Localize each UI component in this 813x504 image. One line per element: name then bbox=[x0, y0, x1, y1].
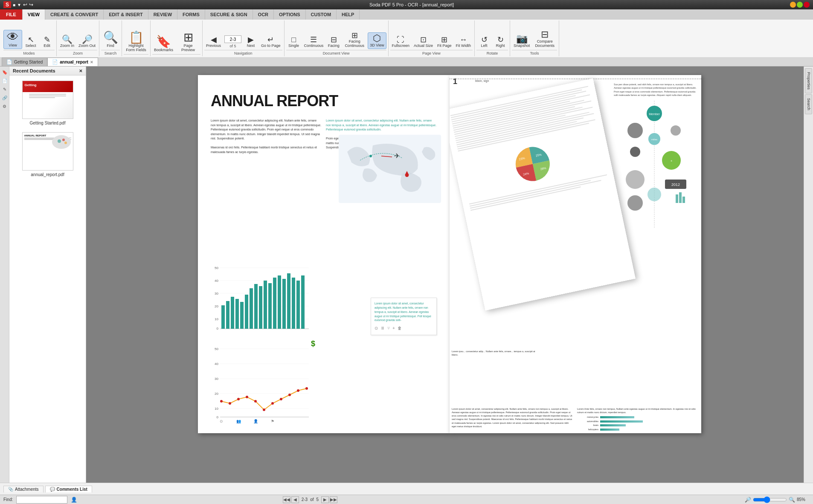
sidebar-links-icon[interactable]: 🔗 bbox=[1, 94, 9, 101]
single-button[interactable]: □ Single bbox=[286, 35, 302, 49]
undo-icon[interactable]: ↩ bbox=[23, 2, 27, 8]
svg-point-53 bbox=[229, 402, 231, 405]
next-page-button[interactable]: ▶ bbox=[321, 496, 329, 503]
sidebar-bookmarks-icon[interactable]: 🔖 bbox=[1, 68, 9, 76]
svg-text:30: 30 bbox=[215, 292, 218, 295]
tab-getting-started[interactable]: 📄 Getting Started bbox=[2, 58, 47, 66]
highlight-fields-button[interactable]: 📋 Highlight Form Fields bbox=[124, 31, 148, 53]
comments-list-tab[interactable]: 💬 Comments List bbox=[45, 486, 92, 492]
close-annual-report[interactable]: ✕ bbox=[90, 60, 93, 64]
tab-forms[interactable]: FORMS bbox=[177, 9, 205, 20]
find-label: Find: bbox=[3, 497, 13, 502]
annual-report-thumb[interactable]: ANNUAL REPORT bbox=[13, 130, 82, 179]
pdf-viewer[interactable]: ANNUAL REPORT Lorem ipsum dolor sit amet… bbox=[86, 67, 813, 483]
fit-width-icon: ↔ bbox=[459, 36, 467, 43]
tab-edit[interactable]: EDIT & INSERT bbox=[104, 9, 148, 20]
goto-button[interactable]: ↵ Go to Page bbox=[259, 35, 282, 49]
fit-page-button[interactable]: ⊞ Fit Page bbox=[436, 35, 453, 49]
tab-help[interactable]: HELP bbox=[337, 9, 360, 20]
rotate-buttons: ↺ Left ↻ Right bbox=[476, 21, 508, 49]
tab-file[interactable]: FILE bbox=[0, 9, 23, 20]
close-button[interactable] bbox=[804, 2, 810, 8]
tab-options[interactable]: OPTIONS bbox=[274, 9, 306, 20]
snapshot-button[interactable]: 📷 Snapshot bbox=[512, 33, 531, 49]
svg-rect-79 bbox=[676, 194, 678, 203]
facing-icon: ⊟ bbox=[331, 36, 337, 43]
tools-buttons: 📷 Snapshot ⊟ Compare Documents bbox=[512, 21, 557, 49]
group-tools: 📷 Snapshot ⊟ Compare Documents Tools bbox=[510, 20, 559, 56]
redo-icon[interactable]: ↪ bbox=[29, 2, 33, 8]
next-button[interactable]: ▶ Next bbox=[243, 35, 258, 49]
zoom-out-icon: 🔎 bbox=[82, 35, 93, 43]
svg-text:20: 20 bbox=[215, 304, 218, 308]
tab-ocr[interactable]: OCR bbox=[253, 9, 274, 20]
zoom-in-button[interactable]: 🔍 Zoom In bbox=[58, 34, 76, 49]
facing-continuous-icon: ⊞ bbox=[351, 32, 358, 39]
tab-custom[interactable]: CUSTOM bbox=[306, 9, 337, 20]
find-input[interactable] bbox=[16, 496, 67, 504]
sidebar-signatures-icon[interactable]: ✎ bbox=[1, 85, 9, 93]
compare-documents-button[interactable]: ⊟ Compare Documents bbox=[532, 29, 557, 49]
minimize-button[interactable] bbox=[790, 2, 796, 8]
timeline-section: Member miles + bbox=[610, 101, 699, 229]
fit-page-icon: ⊞ bbox=[441, 36, 447, 43]
fit-width-button[interactable]: ↔ Fit Width bbox=[454, 35, 473, 49]
getting-started-thumb[interactable]: Getting Getting Started.pdf bbox=[13, 79, 82, 127]
group-navigation: ◀ Previous of 5 ▶ Next ↵ Go to Page Navi… bbox=[203, 20, 285, 56]
tab-annual-report[interactable]: 📄 annual_report ✕ bbox=[47, 58, 98, 66]
single-icon: □ bbox=[291, 36, 296, 43]
properties-tab[interactable]: Properties bbox=[805, 68, 812, 93]
group-page-view: ⛶ Fullscreen ⊡ Actual Size ⊞ Fit Page ↔ … bbox=[389, 20, 475, 56]
view-button[interactable]: 👁 View bbox=[3, 30, 22, 49]
sidebar-pages-icon[interactable]: 📄 bbox=[1, 77, 9, 84]
previous-button[interactable]: ◀ Previous bbox=[204, 35, 223, 49]
svg-point-59 bbox=[280, 398, 282, 400]
zoom-slider[interactable] bbox=[753, 497, 787, 503]
find-button[interactable]: 🔍 Find bbox=[101, 31, 120, 49]
zoom-in-small-icon[interactable]: 🔍 bbox=[789, 497, 795, 503]
continuous-button[interactable]: ☰ Continuous bbox=[302, 35, 325, 49]
edit-label: Edit bbox=[44, 44, 50, 48]
page-number-input[interactable] bbox=[224, 35, 241, 43]
actual-size-button[interactable]: ⊡ Actual Size bbox=[412, 35, 435, 49]
tab-review[interactable]: REVIEW bbox=[148, 9, 177, 20]
svg-point-2 bbox=[62, 139, 65, 141]
select-button[interactable]: ↖ Select bbox=[23, 35, 38, 49]
panel-close-icon[interactable]: ✕ bbox=[79, 69, 82, 73]
actual-size-label: Actual Size bbox=[414, 44, 433, 48]
app-body: 📄 Getting Started 📄 annual_report ✕ 🔖 📄 … bbox=[0, 57, 813, 504]
tab-view[interactable]: VIEW bbox=[23, 9, 45, 20]
rotate-right-button[interactable]: ↻ Right bbox=[493, 35, 508, 49]
prev-page-button[interactable]: ◀ bbox=[291, 496, 299, 503]
attachments-tab[interactable]: 📎 Attachments bbox=[3, 486, 44, 492]
bookmarks-button[interactable]: 🔖 Bookmarks bbox=[152, 35, 175, 53]
page-preview-button[interactable]: ⊞ Page Preview bbox=[176, 31, 200, 53]
previous-label: Previous bbox=[206, 44, 221, 48]
svg-point-61 bbox=[297, 389, 299, 392]
facing-continuous-button[interactable]: ⊞ Facing Continuous bbox=[342, 31, 367, 49]
svg-rect-25 bbox=[235, 299, 239, 329]
edit-button[interactable]: ✎ Edit bbox=[39, 35, 55, 49]
zoom-out-button[interactable]: 🔎 Zoom Out bbox=[77, 34, 97, 49]
rotate-left-button[interactable]: ↺ Left bbox=[476, 35, 492, 49]
facing-button[interactable]: ⊟ Facing bbox=[326, 35, 341, 49]
3d-view-icon: ⬡ bbox=[373, 34, 381, 43]
tab-secure[interactable]: SECURE & SIGN bbox=[205, 9, 253, 20]
svg-point-9 bbox=[369, 155, 372, 157]
search-tab[interactable]: Search bbox=[805, 94, 812, 114]
svg-point-52 bbox=[220, 400, 223, 403]
fullscreen-button[interactable]: ⛶ Fullscreen bbox=[390, 35, 412, 49]
tab-create[interactable]: CREATE & CONVERT bbox=[45, 9, 104, 20]
last-page-button[interactable]: ▶▶ bbox=[330, 496, 337, 503]
getting-started-label: Getting Started.pdf bbox=[30, 121, 66, 125]
find-icon: 🔍 bbox=[103, 32, 118, 43]
3d-view-button[interactable]: ⬡ 3D View bbox=[368, 32, 386, 49]
svg-text:miles: miles bbox=[651, 138, 657, 141]
first-page-button[interactable]: ◀◀ bbox=[283, 496, 290, 503]
sidebar-layers-icon[interactable]: ⚙ bbox=[1, 102, 9, 110]
svg-rect-39 bbox=[301, 275, 305, 329]
svg-text:40: 40 bbox=[215, 362, 218, 366]
maximize-button[interactable] bbox=[797, 2, 803, 8]
bookmarks-label bbox=[152, 54, 200, 55]
zoom-out-small-icon[interactable]: 🔎 bbox=[745, 497, 751, 503]
